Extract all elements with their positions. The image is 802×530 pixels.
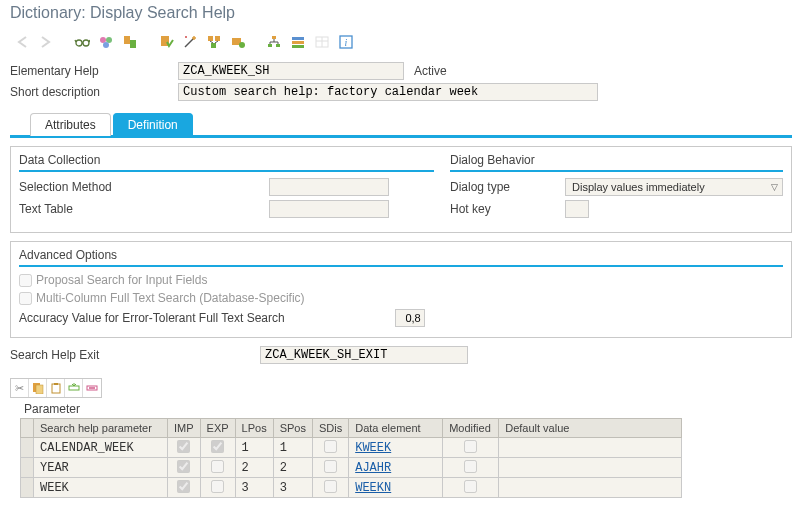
cell-modified[interactable] <box>443 438 499 458</box>
svg-rect-26 <box>54 383 58 385</box>
exit-field[interactable] <box>260 346 468 364</box>
insert-row-icon <box>68 382 80 394</box>
tool-glasses-button[interactable] <box>72 32 92 52</box>
dialog-type-value: Display values immediately <box>572 181 705 193</box>
tool-info-button[interactable]: i <box>336 32 356 52</box>
glasses-icon <box>74 34 90 50</box>
cell-exp[interactable] <box>200 438 235 458</box>
delete-row-icon <box>86 382 98 394</box>
wand-icon <box>182 34 198 50</box>
cell-exp[interactable] <box>200 458 235 478</box>
svg-point-2 <box>100 37 106 43</box>
col-exp[interactable]: EXP <box>200 419 235 438</box>
table-row[interactable]: WEEK33WEEKN <box>21 478 682 498</box>
cell-imp[interactable] <box>168 438 201 458</box>
elementary-help-label: Elementary Help <box>10 64 178 78</box>
svg-rect-19 <box>292 45 304 48</box>
svg-point-4 <box>103 42 109 48</box>
svg-rect-10 <box>215 36 220 41</box>
row-handle[interactable] <box>21 438 34 458</box>
tool-where-used-button[interactable] <box>204 32 224 52</box>
table-row[interactable]: CALENDAR_WEEK11KWEEK <box>21 438 682 458</box>
append-icon <box>290 34 306 50</box>
cell-elem[interactable]: WEEKN <box>349 478 443 498</box>
elementary-help-field[interactable] <box>178 62 404 80</box>
dialog-behavior-title: Dialog Behavior <box>450 153 783 167</box>
table-row[interactable]: YEAR22AJAHR <box>21 458 682 478</box>
cell-param[interactable]: WEEK <box>34 478 168 498</box>
cell-elem[interactable]: AJAHR <box>349 458 443 478</box>
svg-rect-24 <box>36 385 43 394</box>
tool-palette-button[interactable] <box>96 32 116 52</box>
col-spos[interactable]: SPos <box>273 419 312 438</box>
svg-point-0 <box>76 40 82 46</box>
col-elem[interactable]: Data element <box>349 419 443 438</box>
arrow-left-icon <box>14 34 30 50</box>
grid-insert-button[interactable] <box>65 379 83 397</box>
cell-sdis[interactable] <box>312 438 348 458</box>
proposal-label: Proposal Search for Input Fields <box>36 273 207 287</box>
cell-lpos[interactable]: 1 <box>235 438 273 458</box>
svg-rect-16 <box>276 44 280 47</box>
object-swap-icon <box>122 34 138 50</box>
col-param[interactable]: Search help parameter <box>34 419 168 438</box>
page-title: Dictionary: Display Search Help <box>0 0 802 30</box>
col-modified[interactable]: Modified <box>443 419 499 438</box>
cell-exp[interactable] <box>200 478 235 498</box>
scissors-icon: ✂ <box>15 382 24 395</box>
cell-spos[interactable]: 2 <box>273 458 312 478</box>
hot-key-field[interactable] <box>565 200 589 218</box>
cell-spos[interactable]: 1 <box>273 438 312 458</box>
cell-default[interactable] <box>499 458 682 478</box>
grid-cut-button[interactable]: ✂ <box>11 379 29 397</box>
row-handle[interactable] <box>21 478 34 498</box>
cell-default[interactable] <box>499 438 682 458</box>
col-default[interactable]: Default value <box>499 419 682 438</box>
tool-check-button[interactable] <box>156 32 176 52</box>
cell-modified[interactable] <box>443 458 499 478</box>
tool-display-button[interactable] <box>228 32 248 52</box>
svg-point-13 <box>239 42 245 48</box>
hot-key-label: Hot key <box>450 202 565 216</box>
paste-icon <box>50 382 62 394</box>
cell-lpos[interactable]: 2 <box>235 458 273 478</box>
cell-elem[interactable]: KWEEK <box>349 438 443 458</box>
grid-title: Parameter <box>10 398 792 418</box>
tool-hierarchy-button[interactable] <box>264 32 284 52</box>
cell-modified[interactable] <box>443 478 499 498</box>
selection-method-field[interactable] <box>269 178 389 196</box>
grid-paste-button[interactable] <box>47 379 65 397</box>
cell-sdis[interactable] <box>312 478 348 498</box>
cell-spos[interactable]: 3 <box>273 478 312 498</box>
tab-definition[interactable]: Definition <box>113 113 193 136</box>
svg-rect-6 <box>130 40 136 48</box>
tool-activate-button[interactable] <box>180 32 200 52</box>
svg-rect-18 <box>292 41 304 44</box>
cell-sdis[interactable] <box>312 458 348 478</box>
where-used-icon <box>206 34 222 50</box>
data-collection-title: Data Collection <box>19 153 434 167</box>
dialog-type-select[interactable]: Display values immediately ▽ <box>565 178 783 196</box>
short-desc-field[interactable] <box>178 83 598 101</box>
cell-default[interactable] <box>499 478 682 498</box>
tool-append-button[interactable] <box>288 32 308 52</box>
chevron-down-icon: ▽ <box>771 182 778 192</box>
text-table-field[interactable] <box>269 200 389 218</box>
cell-imp[interactable] <box>168 458 201 478</box>
cell-param[interactable]: CALENDAR_WEEK <box>34 438 168 458</box>
col-imp[interactable]: IMP <box>168 419 201 438</box>
grid-copy-button[interactable] <box>29 379 47 397</box>
svg-point-1 <box>83 40 89 46</box>
row-handle[interactable] <box>21 458 34 478</box>
accuracy-field[interactable] <box>395 309 425 327</box>
col-sdis[interactable]: SDis <box>312 419 348 438</box>
cell-lpos[interactable]: 3 <box>235 478 273 498</box>
tool-table-button <box>312 32 332 52</box>
svg-rect-25 <box>52 384 60 393</box>
cell-param[interactable]: YEAR <box>34 458 168 478</box>
tool-other-object-button[interactable] <box>120 32 140 52</box>
col-lpos[interactable]: LPos <box>235 419 273 438</box>
cell-imp[interactable] <box>168 478 201 498</box>
tab-attributes[interactable]: Attributes <box>30 113 111 136</box>
grid-delete-button[interactable] <box>83 379 101 397</box>
